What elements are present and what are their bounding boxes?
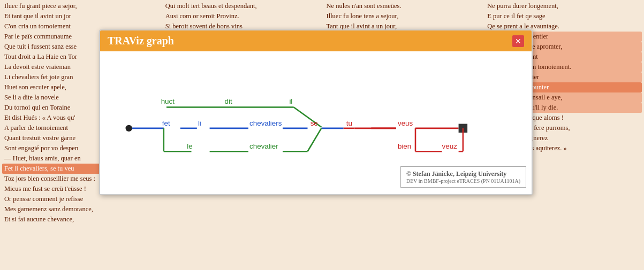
watermark-title: © Stefan Jänicke, Leipzig University xyxy=(406,170,520,178)
line-item: E pur ce il fet qe sage xyxy=(485,11,642,21)
node-label-tu: tu xyxy=(346,119,352,127)
line-item: Mes garnemenz sanz demorance, xyxy=(2,204,159,214)
node-label-se: se xyxy=(310,119,318,127)
line-item: Iluec fu grant piece a sejor, xyxy=(2,1,159,11)
modal-header: TRAViz graph ✕ xyxy=(100,30,532,51)
node-label-li: li xyxy=(198,119,201,127)
node-label-fet: fet xyxy=(162,119,170,127)
copyright-symbol: © xyxy=(406,170,411,178)
modal-close-button[interactable]: ✕ xyxy=(512,35,524,47)
line-item: Or pensse comment je refisse xyxy=(2,194,159,204)
node-label-chevalier: chevalier xyxy=(249,142,278,150)
line-item: Ne nules n'an sont esmeües. xyxy=(324,1,481,11)
line-item: Ne purra durer longement, xyxy=(485,1,642,11)
svg-line-16 xyxy=(308,128,322,151)
watermark-author: Stefan Jänicke, Leipzig University xyxy=(413,170,506,178)
modal-body: huct dit il fet li chevaliers se tu veus… xyxy=(100,51,532,194)
start-node xyxy=(126,125,132,132)
line-item: Illuec fu lone tens a sejour, xyxy=(324,11,481,21)
node-label-dit: dit xyxy=(225,97,232,105)
line-item: Qui molt iert beaus et despendant, xyxy=(163,1,320,11)
node-label-bien: bien xyxy=(398,142,411,150)
node-label-il: il xyxy=(289,97,292,105)
watermark-project: DEV in BMBF-project eTRACES (PN 01UA1101… xyxy=(406,178,520,184)
modal-title: TRAViz graph xyxy=(108,35,174,47)
node-label-huct: huct xyxy=(161,97,175,105)
traviz-modal: TRAViz graph ✕ xyxy=(99,29,533,195)
watermark: © Stefan Jänicke, Leipzig University DEV… xyxy=(400,166,526,188)
node-label-veuz: veuz xyxy=(442,142,458,150)
line-item: Ausi com or seroit Provinz. xyxy=(163,11,320,21)
line-item: Et si fai aucune chevance, xyxy=(2,214,159,225)
node-label-le: le xyxy=(187,142,192,150)
node-label-veus: veus xyxy=(398,119,413,127)
line-item: Et tant que il avint un jor xyxy=(2,11,159,21)
node-label-chevaliers: chevaliers xyxy=(249,119,282,127)
